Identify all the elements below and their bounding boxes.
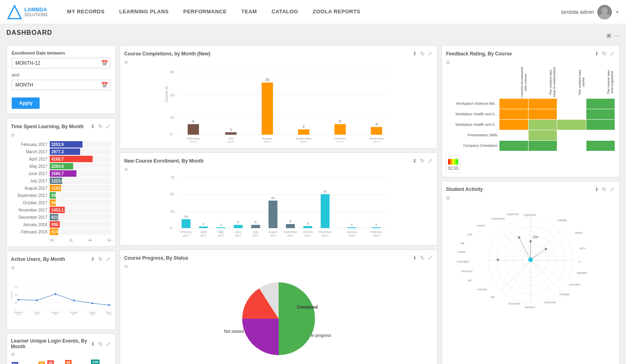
nav-learning-plans[interactable]: LEARNING PLANS <box>112 0 176 24</box>
svg-text:2017: 2017 <box>17 313 21 315</box>
svg-text:February: February <box>370 231 382 234</box>
right-column: Feedback Rating, By Course ⬇ ↻ ⤢ ⚙ <box>442 45 620 364</box>
feedback-settings-icon[interactable]: ⚙ <box>446 60 615 65</box>
calendar-from-icon[interactable]: 📅 <box>101 60 108 66</box>
nav-my-records[interactable]: MY RECORDS <box>60 0 112 24</box>
svg-text:confirmed: confirmed <box>544 301 556 304</box>
color-strip <box>448 159 458 165</box>
course-progress-download-icon[interactable]: ⬇ <box>412 254 418 262</box>
student-activity-expand-icon[interactable]: ⤢ <box>609 186 615 193</box>
hbar-row: November 2017 1452.1 <box>11 207 111 213</box>
svg-text:1: 1 <box>375 223 377 226</box>
hbar-row: June 2017 2586.7 <box>11 170 111 177</box>
student-activity-title: Student Activity <box>446 186 483 192</box>
feedback-cell <box>528 98 557 109</box>
enroll-bar-4 <box>234 225 243 228</box>
svg-text:2017: 2017 <box>322 234 328 237</box>
login-events-expand-icon[interactable]: ⤢ <box>105 340 111 348</box>
hbar-track: 4168.7 <box>50 156 111 162</box>
active-users-settings-icon[interactable]: ⚙ <box>11 265 111 271</box>
hbar-fill: 998.7 <box>50 221 60 228</box>
nav-zoola-reports[interactable]: ZOOLA REPORTS <box>305 0 368 24</box>
svg-text:declined: declined <box>525 305 535 308</box>
hbar-fill: 2977.3 <box>50 148 80 155</box>
svg-text:new: new <box>467 233 472 236</box>
feedback-refresh-icon[interactable]: ↻ <box>601 50 607 57</box>
hbar-fill: 1223.5 <box>50 178 62 184</box>
strip-mid: 2.5 <box>450 166 456 171</box>
dashboard-page: DASHBOARD ▣ — Enrollment Date between 📅 … <box>0 24 626 364</box>
course-completions-settings-icon[interactable]: ⚙ <box>124 60 433 65</box>
feedback-cell <box>557 140 586 151</box>
time-spent-download-icon[interactable]: ⬇ <box>90 123 96 130</box>
feedback-cell <box>557 98 586 109</box>
new-enrollment-settings-icon[interactable]: ⚙ <box>124 167 433 172</box>
svg-text:accs...: accs... <box>580 246 588 249</box>
student-activity-settings-icon[interactable]: ⚙ <box>446 196 615 201</box>
time-spent-refresh-icon[interactable]: ↻ <box>97 123 104 130</box>
svg-text:150: 150 <box>15 286 18 288</box>
active-users-download-icon[interactable]: ⬇ <box>90 255 96 263</box>
strip-max: 5 <box>456 166 458 171</box>
course-progress-settings-icon[interactable]: ⚙ <box>124 264 433 269</box>
student-activity-actions: ⬇ ↻ ⤢ <box>594 186 615 193</box>
new-enrollment-header: New Course Enrollment, By Month ⬇ ↻ ⤢ <box>124 157 433 165</box>
svg-text:September: September <box>14 311 23 313</box>
student-activity-card: Student Activity ⬇ ↻ ⤢ ⚙ <box>442 181 620 364</box>
avatar[interactable] <box>597 5 612 19</box>
course-progress-refresh-icon[interactable]: ↻ <box>419 254 425 262</box>
nav-performance[interactable]: PERFORMANCE <box>176 0 234 24</box>
student-activity-header: Student Activity ⬇ ↻ ⤢ <box>446 186 615 193</box>
student-activity-refresh-icon[interactable]: ↻ <box>601 186 607 193</box>
filter-to-input[interactable] <box>12 80 110 90</box>
svg-text:25: 25 <box>265 78 269 82</box>
svg-text:0: 0 <box>15 308 16 310</box>
new-enrollment-expand-icon[interactable]: ⤢ <box>427 157 433 165</box>
course-progress-expand-icon[interactable]: ⤢ <box>427 254 433 262</box>
new-enrollment-refresh-icon[interactable]: ↻ <box>419 157 425 165</box>
time-spent-expand-icon[interactable]: ⤢ <box>105 123 111 130</box>
login-events-title: Learner Unique Login Events, By Month <box>11 338 90 349</box>
new-enrollment-download-icon[interactable]: ⬇ <box>412 157 418 165</box>
student-activity-download-icon[interactable]: ⬇ <box>594 186 600 193</box>
feedback-card: Feedback Rating, By Course ⬇ ↻ ⤢ ⚙ <box>442 45 620 177</box>
login-events-download-icon[interactable]: ⬇ <box>90 340 96 348</box>
svg-text:November: November <box>319 231 332 233</box>
dashboard-minimize-icon[interactable]: ▣ <box>606 32 611 38</box>
hbar-fill: 2294.8 <box>50 163 73 169</box>
time-spent-settings-icon[interactable]: ⚙ <box>11 133 111 138</box>
hbar-track: 3202.9 <box>50 141 111 148</box>
login-events-settings-icon[interactable]: ⚙ <box>11 352 111 357</box>
active-users-refresh-icon[interactable]: ↻ <box>97 255 104 263</box>
feedback-download-icon[interactable]: ⬇ <box>594 50 600 57</box>
course-completions-download-icon[interactable]: ⬇ <box>412 50 418 57</box>
feedback-expand-icon[interactable]: ⤢ <box>609 50 615 57</box>
nav-team[interactable]: TEAM <box>234 0 264 24</box>
filter-from-input[interactable] <box>12 58 110 68</box>
hbar-fill: 821.2 <box>50 214 58 220</box>
course-completions-refresh-icon[interactable]: ↻ <box>419 50 425 57</box>
hbar-label: August 2017 <box>11 186 47 190</box>
data-point-2 <box>36 299 38 301</box>
nav-catalog[interactable]: CATALOG <box>264 0 305 24</box>
svg-text:February: February <box>180 231 192 234</box>
hbar-fill: 814.9 <box>50 229 58 235</box>
course-progress-card: Course Progress, By Status ⬇ ↻ ⤢ ⚙ <box>120 250 438 364</box>
dashboard-close-icon[interactable]: — <box>614 32 620 38</box>
hbar-label: January 2018 <box>11 222 47 227</box>
feedback-cell <box>557 130 586 140</box>
svg-text:visibility: visibility <box>558 219 567 222</box>
user-dropdown-icon[interactable]: ▼ <box>615 10 620 15</box>
calendar-to-icon[interactable]: 📅 <box>101 82 108 88</box>
course-completions-expand-icon[interactable]: ⤢ <box>427 50 433 57</box>
svg-text:5: 5 <box>255 220 257 224</box>
enroll-bar-8 <box>303 226 312 228</box>
svg-text:edit: edit <box>490 296 495 298</box>
login-events-refresh-icon[interactable]: ↻ <box>97 340 104 348</box>
feedback-cell <box>528 140 557 151</box>
active-users-expand-icon[interactable]: ⤢ <box>105 255 111 263</box>
svg-text:August: August <box>269 231 277 234</box>
apply-button[interactable]: Apply <box>12 97 40 109</box>
radar-dot-1 <box>529 240 532 242</box>
login-bar-value: 84 <box>12 362 18 364</box>
